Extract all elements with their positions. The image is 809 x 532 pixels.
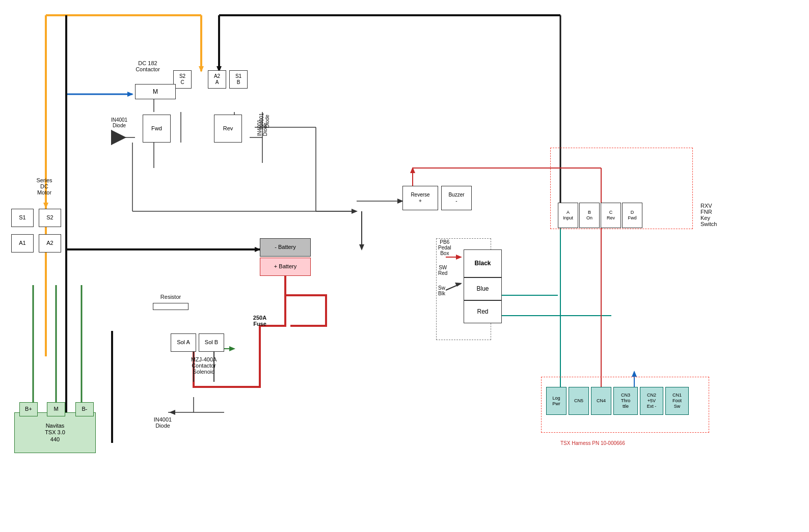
- s1b-box: S1B: [229, 70, 248, 89]
- in4001-right-text: IN4001Diode: [257, 120, 268, 136]
- s1-box: S1: [11, 209, 34, 227]
- svg-marker-2: [43, 203, 48, 209]
- dc182-contactor-label: DC 182Contactor: [125, 60, 171, 72]
- log-pwr-box: LogPwr: [546, 387, 567, 415]
- battery-neg-box: - Battery: [260, 238, 311, 257]
- navitas-box: NavitasTSX 3.0440: [14, 412, 96, 453]
- c-rev-box: CRev: [601, 203, 621, 228]
- s2-box: S2: [39, 209, 61, 227]
- svg-marker-35: [352, 209, 358, 214]
- wiring-diagram-svg: [0, 0, 809, 532]
- cn4-box: CN4: [591, 387, 611, 415]
- battery-pos-box: + Battery: [260, 258, 311, 276]
- sol-a-box: Sol A: [171, 333, 196, 352]
- svg-marker-50: [359, 244, 364, 250]
- rev-box: Rev: [214, 115, 242, 143]
- svg-marker-10: [127, 92, 133, 97]
- in4001-left-label: IN4001Diode: [106, 117, 132, 128]
- m-nav-box: M: [47, 402, 65, 416]
- mzj400a-label: MZJ-400AContactorSolenoid: [176, 356, 232, 375]
- bminus-box: B-: [75, 402, 94, 416]
- red-box: Red: [464, 300, 502, 323]
- fuse-label: 250AFuse: [239, 315, 280, 327]
- fwd-box: Fwd: [143, 115, 171, 143]
- a2b-box: A2: [39, 234, 61, 253]
- m-box: M: [135, 84, 176, 99]
- svg-marker-63: [229, 346, 235, 351]
- blue-box: Blue: [464, 277, 502, 300]
- svg-marker-4: [199, 66, 204, 72]
- sw-red-label: SWRed: [438, 265, 447, 276]
- pb6-label: PB6PedalBox: [438, 239, 451, 256]
- cn2-5v-box: CN2+5VExt -: [640, 387, 663, 415]
- svg-marker-61: [632, 371, 637, 377]
- reverse-plus-box: Reverse+: [402, 186, 438, 210]
- resistor-label: Resistor: [153, 294, 188, 300]
- cn3-throttle-box: CN3Throttle: [613, 387, 638, 415]
- rxv-fnr-label: RXVFNRKeySwitch: [700, 203, 736, 227]
- cn5-box: CN5: [569, 387, 589, 415]
- resistor-symbol: [153, 303, 188, 310]
- a1-box: A1: [11, 234, 34, 253]
- buzzer-minus-box: Buzzer-: [441, 186, 472, 210]
- cn1-foot-sw-box: CN1FootSw: [665, 387, 689, 415]
- sw-blk-label: SwBlk: [438, 285, 445, 296]
- svg-marker-66: [169, 410, 175, 415]
- a2a-box: A2A: [208, 70, 226, 89]
- bplus-box: B+: [19, 402, 38, 416]
- series-dc-motor-label: SeriesDCMotor: [26, 177, 62, 195]
- b-on-box: BOn: [579, 203, 600, 228]
- s2c-box: S2C: [173, 70, 192, 89]
- sol-b-box: Sol B: [199, 333, 224, 352]
- d-fwd-box: DFwd: [622, 203, 642, 228]
- in4001-bottom-label: IN4001Diode: [144, 416, 182, 429]
- black-box: Black: [464, 249, 502, 277]
- tsx-harness-label: TSX Harness PN 10-000666: [560, 440, 625, 446]
- a-input-box: AInput: [558, 203, 578, 228]
